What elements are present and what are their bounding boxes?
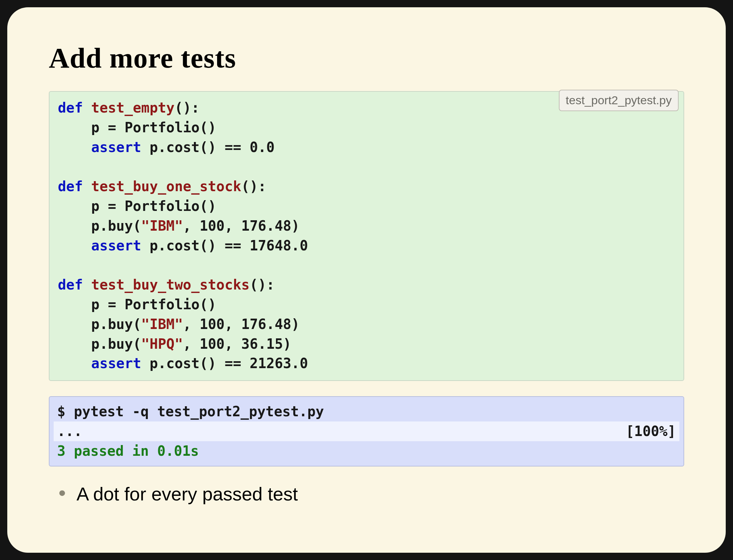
filename-badge: test_port2_pytest.py — [559, 90, 679, 111]
fn-name: test_empty — [91, 100, 175, 116]
terminal-pct: [100%] — [626, 421, 676, 441]
slide-title: Add more tests — [49, 42, 684, 74]
fn-name: test_buy_one_stock — [91, 178, 241, 194]
fn-name: test_buy_two_stocks — [91, 277, 250, 293]
bullet-list: A dot for every passed test — [49, 482, 684, 506]
terminal-summary: 3 passed in 0.01s — [57, 443, 199, 459]
slide: Add more tests test_port2_pytest.pydef t… — [7, 7, 726, 553]
terminal-dots: ... — [57, 421, 82, 441]
terminal-command: $ pytest -q test_port2_pytest.py — [57, 402, 676, 421]
kw-def: def — [58, 178, 83, 194]
terminal-progress-row: ... [100%] — [54, 421, 679, 441]
kw-assert: assert — [91, 355, 141, 371]
str-lit: "HPQ" — [141, 336, 183, 352]
str-lit: "IBM" — [141, 316, 183, 332]
kw-assert: assert — [91, 139, 141, 155]
code-block: test_port2_pytest.pydef test_empty(): p … — [49, 91, 684, 381]
kw-def: def — [58, 277, 83, 293]
bullet-item: A dot for every passed test — [77, 482, 684, 506]
str-lit: "IBM" — [141, 218, 183, 234]
kw-assert: assert — [91, 238, 141, 254]
kw-def: def — [58, 100, 83, 116]
terminal-block: $ pytest -q test_port2_pytest.py ... [10… — [49, 396, 684, 466]
